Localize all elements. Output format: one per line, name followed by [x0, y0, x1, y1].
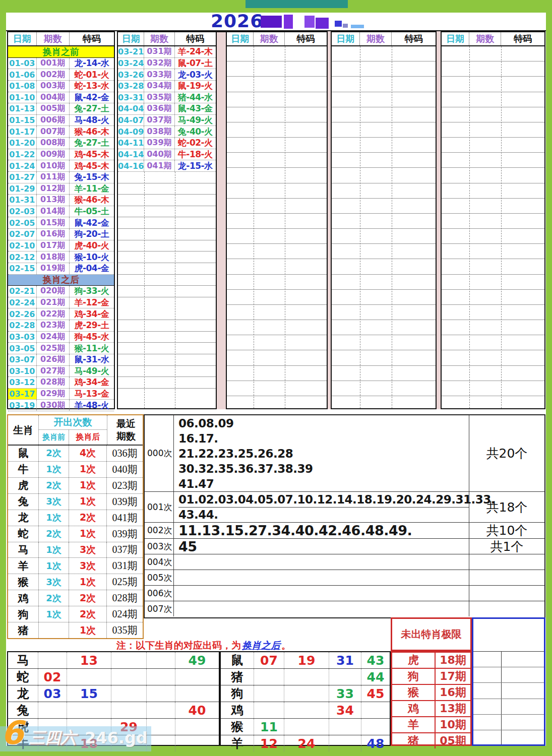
bottom-number: 15: [67, 685, 111, 702]
period-header: 期数: [469, 32, 501, 45]
stats-body: 鼠 2次 4次 036期 牛 1次 1次 040期 虎 2次: [8, 446, 143, 638]
result-row: 02-10 017期 虎-40-火: [8, 240, 114, 252]
result-date: 03-28: [118, 81, 144, 92]
frequency-total: [469, 570, 544, 585]
stats-before-count: 1次: [39, 542, 69, 558]
result-code: 鼠-19-火: [175, 81, 216, 92]
stats-before-count: 3次: [39, 494, 69, 510]
limits-row: 猪 05期: [392, 733, 470, 748]
blur-block: [261, 16, 282, 28]
bottom-number: 02: [38, 669, 67, 685]
bottom-number: [361, 719, 390, 735]
limits-row: 猴 16期: [392, 685, 470, 701]
page-frame: 2026 日期 期数 特码 换肖之前: [0, 0, 552, 756]
bottom-number: [175, 719, 219, 735]
bottom-number: 49: [175, 652, 219, 668]
frequency-label: 003次: [145, 539, 174, 554]
bottom-number: 43: [361, 652, 390, 668]
after-header: 换肖后: [69, 430, 107, 445]
stats-row: 牛 1次 1次 040期: [8, 462, 143, 478]
stats-before-count: 1次: [39, 510, 69, 526]
result-date: 01-27: [8, 172, 37, 183]
result-code: 牛-18-火: [175, 149, 216, 160]
result-row: 02-07 016期 狗-20-土: [8, 229, 114, 240]
result-row: 02-12 018期 猴-10-火: [8, 251, 114, 263]
result-date: 01-17: [8, 126, 37, 137]
result-code: 蛇-02-火: [175, 138, 216, 149]
result-row: 03-21 031期 羊-24-木: [118, 46, 216, 58]
bottom-number: 31: [329, 652, 361, 668]
result-date: 02-21: [8, 286, 37, 297]
frequency-table: 000次 06.08.09 16.17. 21.22.23.25.26.28 3…: [144, 414, 545, 618]
bottom-zodiac: 羊: [221, 735, 254, 751]
frequency-total: [469, 586, 544, 601]
bottom-number: 11: [254, 719, 284, 735]
result-code: 猴-46-木: [70, 195, 114, 206]
stats-after-count: 1次: [69, 494, 107, 510]
result-code: 马-49-火: [175, 115, 216, 126]
bottom-number: [284, 685, 329, 702]
result-period: 014期: [37, 206, 70, 217]
bottom-number: [175, 685, 219, 702]
result-row: 01-15 006期 马-48-火: [8, 115, 114, 127]
date-header: 日期: [118, 32, 144, 45]
bottom-number: [175, 735, 219, 751]
result-code: 马-13-金: [70, 389, 114, 400]
result-row: 03-17 029期 马-13-金: [8, 389, 114, 400]
stats-row: 兔 3次 1次 039期: [8, 494, 143, 510]
limits-zodiac: 猴: [392, 685, 436, 700]
result-code: 狗-45-水: [70, 332, 114, 343]
bottom-number: 19: [284, 652, 329, 668]
result-row: 04-14 040期 牛-18-火: [118, 149, 216, 161]
stats-header: 生肖 开出次数 换肖前 换肖后 最近 期数: [8, 415, 143, 446]
limits-zodiac: 鸡: [392, 701, 436, 716]
limits-periods: 10期: [436, 717, 470, 732]
stats-zodiac: 虎: [8, 478, 39, 493]
result-row: 01-13 005期 兔-27-土: [8, 103, 114, 115]
frequency-label: 004次: [145, 554, 174, 570]
table-header: 日期 期数 特码: [332, 32, 436, 46]
result-date: 03-21: [118, 46, 144, 57]
stats-after-count: 2次: [69, 590, 107, 606]
frequency-row: 001次 01.02.03.04.05.07.10.12.14.18.19.20…: [145, 492, 544, 523]
result-period: 008期: [37, 138, 70, 149]
result-code: 龙-14-水: [70, 58, 114, 69]
result-date: 03-05: [8, 343, 37, 354]
bottom-number: 44: [361, 669, 390, 685]
result-period: 007期: [37, 126, 70, 137]
result-code: 猴-46-木: [70, 126, 114, 137]
result-row: 04-11 039期 蛇-02-火: [118, 138, 216, 149]
result-code: 蛇-13-水: [70, 81, 114, 92]
frequency-total: 共20个: [469, 415, 544, 491]
bottom-number: [254, 685, 284, 702]
result-row: 01-20 008期 兔-27-土: [8, 138, 114, 149]
result-date: 01-24: [8, 160, 37, 171]
stats-after-count: 1次: [69, 478, 107, 493]
bottom-number: 33: [329, 685, 361, 702]
result-code: 鼠-42-金: [70, 92, 114, 103]
bottom-zodiac: 鼠: [221, 652, 254, 668]
bottom-number: [111, 702, 147, 718]
result-date: 03-17: [8, 389, 37, 400]
result-period: 003期: [37, 81, 70, 92]
result-period: 009期: [37, 149, 70, 160]
result-code: 虎-29-土: [70, 320, 114, 331]
frequency-row: 000次 06.08.09 16.17. 21.22.23.25.26.28 3…: [145, 415, 544, 492]
recent-header-line1: 最近: [116, 417, 136, 430]
bottom-number: [329, 719, 361, 735]
result-row: 04-04 036期 鼠-43-金: [118, 103, 216, 115]
bottom-zodiac: 猪: [221, 669, 254, 685]
stats-before-count: 1次: [39, 462, 69, 477]
stats-recent-period: 024期: [107, 606, 143, 622]
grid-divider: [392, 46, 392, 408]
bottom-row: 鼠 07 19 31 43: [221, 652, 390, 669]
result-code: 鼠-31-水: [70, 354, 114, 365]
result-code: 猪-44-水: [175, 92, 216, 103]
note-line: 注：以下生肖的对应出码，为换肖之后。: [7, 639, 400, 651]
frequency-label: 000次: [145, 415, 174, 491]
frequency-numbers: 06.08.09 16.17. 21.22.23.25.26.28 30.32.…: [174, 415, 469, 491]
result-period: 005期: [37, 103, 70, 114]
result-date: 02-10: [8, 240, 37, 251]
result-period: 032期: [144, 58, 174, 69]
code-header: 特码: [70, 32, 114, 45]
